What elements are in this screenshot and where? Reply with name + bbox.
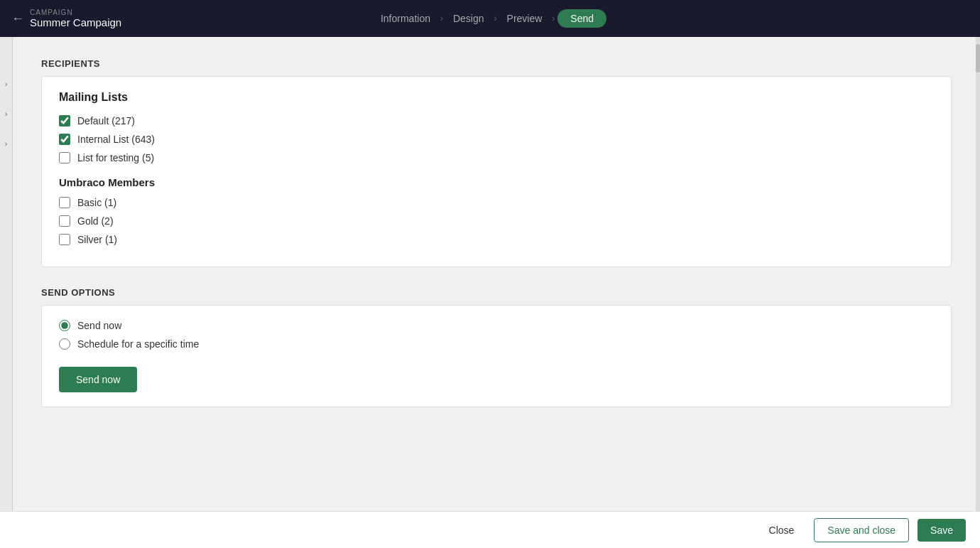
top-bar: ← CAMPAIGN Summer Campaign Information ›…	[0, 0, 980, 37]
step-arrow-1: ›	[440, 14, 443, 23]
checkbox-gold-input[interactable]	[59, 215, 70, 227]
mailing-lists-card: Mailing Lists Default (217) Internal Lis…	[41, 76, 952, 267]
checkbox-internal-list-label: Internal List (643)	[77, 134, 155, 145]
send-options-card: Send now Schedule for a specific time Se…	[41, 305, 952, 407]
step-design-label: Design	[453, 13, 484, 24]
save-button[interactable]: Save	[918, 519, 966, 542]
campaign-label: CAMPAIGN	[30, 9, 121, 16]
checkbox-internal-list-input[interactable]	[59, 134, 70, 145]
campaign-meta: CAMPAIGN Summer Campaign	[30, 9, 121, 28]
checkbox-default[interactable]: Default (217)	[59, 115, 934, 127]
radio-send-now-input[interactable]	[59, 320, 70, 331]
checkbox-internal-list[interactable]: Internal List (643)	[59, 134, 934, 145]
bottom-bar: Close Save and close Save	[0, 511, 980, 548]
checkbox-default-label: Default (217)	[77, 115, 135, 127]
mailing-lists-title: Mailing Lists	[59, 91, 934, 104]
radio-send-now-label: Send now	[77, 320, 121, 331]
back-arrow-icon: ←	[11, 11, 24, 26]
step-arrow-2: ›	[494, 14, 497, 23]
checkbox-gold-label: Gold (2)	[77, 215, 114, 227]
radio-schedule-label: Schedule for a specific time	[77, 338, 199, 350]
step-arrow-3: ›	[552, 14, 555, 23]
scrollbar[interactable]	[976, 37, 980, 511]
checkbox-basic-label: Basic (1)	[77, 197, 116, 208]
save-close-button[interactable]: Save and close	[814, 518, 909, 542]
step-design[interactable]: Design	[446, 10, 491, 27]
checkbox-default-input[interactable]	[59, 115, 70, 127]
send-now-button[interactable]: Send now	[59, 367, 137, 392]
checkbox-basic[interactable]: Basic (1)	[59, 197, 934, 208]
step-preview[interactable]: Preview	[500, 10, 550, 27]
recipients-section-label: Recipients	[41, 58, 952, 69]
main-content: Recipients Mailing Lists Default (217) I…	[13, 37, 980, 511]
close-button[interactable]: Close	[758, 519, 806, 542]
radio-schedule[interactable]: Schedule for a specific time	[59, 338, 934, 350]
umbraco-members-title: Umbraco Members	[59, 176, 934, 188]
panel-chevron-1[interactable]: ›	[5, 80, 8, 88]
checkbox-gold[interactable]: Gold (2)	[59, 215, 934, 227]
campaign-title: Summer Campaign	[30, 16, 121, 28]
checkbox-silver-input[interactable]	[59, 234, 70, 245]
panel-chevron-3[interactable]: ›	[5, 139, 8, 148]
step-preview-label: Preview	[507, 13, 543, 24]
step-send-label: Send	[570, 13, 594, 24]
checkbox-list-testing-label: List for testing (5)	[77, 152, 154, 163]
wizard-steps: Information › Design › Preview › Send	[374, 9, 606, 28]
checkbox-list-testing[interactable]: List for testing (5)	[59, 152, 934, 163]
left-panel: › › ›	[0, 37, 13, 511]
step-send[interactable]: Send	[557, 9, 606, 28]
radio-schedule-input[interactable]	[59, 338, 70, 350]
radio-send-now[interactable]: Send now	[59, 320, 934, 331]
back-button[interactable]: ← CAMPAIGN Summer Campaign	[11, 9, 121, 28]
checkbox-silver[interactable]: Silver (1)	[59, 234, 934, 245]
send-options-section-label: Send Options	[41, 287, 952, 298]
step-information[interactable]: Information	[374, 10, 437, 27]
panel-chevron-2[interactable]: ›	[5, 109, 8, 118]
checkbox-basic-input[interactable]	[59, 197, 70, 208]
checkbox-list-testing-input[interactable]	[59, 152, 70, 163]
scrollbar-thumb[interactable]	[976, 44, 980, 72]
checkbox-silver-label: Silver (1)	[77, 234, 117, 245]
step-information-label: Information	[381, 13, 430, 24]
